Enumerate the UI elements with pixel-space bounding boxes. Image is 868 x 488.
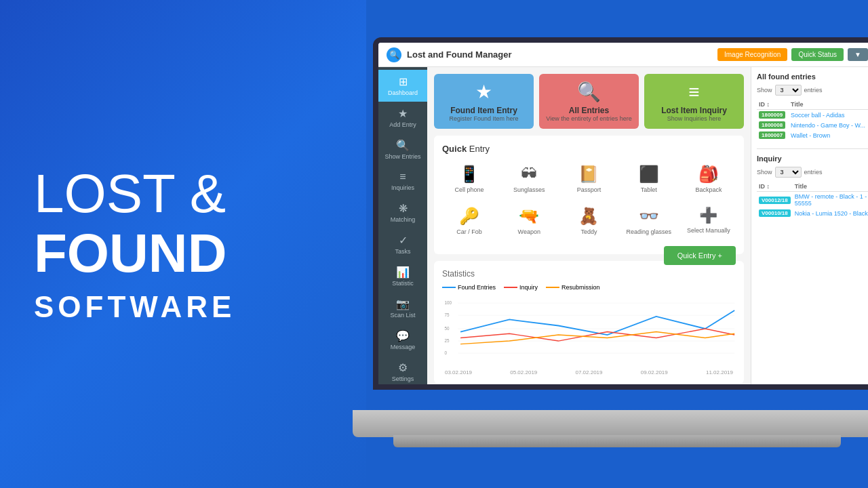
chart-container: 100 75 50 25 0 [442, 295, 736, 369]
x-label-5: 11.02.2019 [706, 369, 733, 375]
all-entries-icon: 🔍 [577, 81, 601, 103]
lost-inquiry-card[interactable]: ≡ Lost Item Inquiry Show Inquiries here [644, 74, 744, 129]
quick-item-teddy[interactable]: 🧸 Teddy [561, 203, 616, 239]
quick-entry-section: Quick Entry 📱 Cell phone 🕶 Sunglasses [434, 136, 744, 254]
id-badge-v00012: V00012/18 [759, 197, 791, 204]
top-cards: ★ Found Item Entry Register Found Item h… [434, 74, 744, 129]
app-header: 🔍 Lost and Found Manager Image Recogniti… [378, 43, 868, 67]
sidebar-label-dashboard: Dashboard [388, 89, 418, 96]
laptop-base [353, 410, 868, 437]
image-recognition-button[interactable]: Image Recognition [717, 48, 787, 61]
sidebar-item-add-entry[interactable]: ★ Add Entry [378, 102, 427, 134]
legend-resubmission: Resubmission [546, 284, 600, 291]
statistic-icon: 📊 [396, 266, 410, 279]
weapon-icon: 🔫 [519, 207, 539, 226]
quick-item-cellphone[interactable]: 📱 Cell phone [442, 161, 496, 197]
reading-glasses-label: Reading glasses [626, 228, 671, 235]
quick-item-reading-glasses[interactable]: 👓 Reading glasses [622, 203, 676, 239]
quick-entry-button[interactable]: Quick Entry + [664, 246, 736, 265]
quick-item-passport[interactable]: 📔 Passport [561, 161, 616, 197]
found-count-select[interactable]: 3 5 10 [775, 85, 802, 96]
table-row: V00010/18 Nokia - Lumia 1520 - Black [757, 208, 868, 218]
quick-status-button[interactable]: Quick Status [791, 48, 844, 61]
sidebar-label-scan-list: Scan List [390, 312, 415, 319]
content-area: ★ Found Item Entry Register Found Item h… [427, 67, 868, 384]
found-show-label: Show [757, 87, 772, 94]
svg-text:75: 75 [445, 312, 450, 317]
found-item-title: Found Item Entry [450, 106, 517, 115]
lost-line2: FOUND [34, 224, 332, 283]
quick-item-tablet[interactable]: ⬛ Tablet [622, 161, 676, 197]
found-show-entries-row: Show 3 5 10 entries [757, 85, 868, 96]
app-body: ⊞ Dashboard ★ Add Entry 🔍 Show Entries ≡… [378, 67, 868, 384]
table-row: 1800008 Nintendo - Game Boy - W... [757, 120, 868, 130]
found-col-id: ID ↕ [757, 100, 789, 110]
sidebar-item-inquiries[interactable]: ≡ Inquiries [378, 165, 427, 197]
lost-inquiry-title: Lost Item Inquiry [661, 106, 727, 115]
teddy-label: Teddy [580, 228, 597, 235]
quick-normal: Entry [467, 144, 490, 154]
table-row: 1800007 Wallet - Brown [757, 130, 868, 140]
x-label-2: 05.02.2019 [510, 369, 537, 375]
sidebar-item-show-entries[interactable]: 🔍 Show Entries [378, 134, 427, 165]
laptop-screen: 🔍 Lost and Found Manager Image Recogniti… [373, 37, 868, 390]
inquiry-entries-table: ID ↕ Title V00012/18 BMW - remote - Blac… [757, 182, 868, 218]
id-badge-1800009: 1800009 [759, 111, 785, 119]
found-item-entry-card[interactable]: ★ Found Item Entry Register Found Item h… [434, 74, 534, 129]
quick-item-weapon[interactable]: 🔫 Weapon [502, 203, 556, 239]
cellphone-label: Cell phone [455, 186, 484, 193]
sidebar-label-tasks: Tasks [395, 248, 410, 255]
entry-link-1800008[interactable]: Nintendo - Game Boy - W... [791, 122, 865, 129]
sidebar-item-statistic[interactable]: 📊 Statistic [378, 260, 427, 292]
app-title: Lost and Found Manager [407, 49, 512, 60]
reading-glasses-icon: 👓 [639, 207, 659, 226]
settings-icon: ⚙ [398, 361, 408, 374]
legend-found-entries: Found Entries [442, 284, 496, 291]
x-label-4: 09.02.2019 [641, 369, 668, 375]
inquiry-col-id: ID ↕ [757, 182, 793, 192]
quick-item-backpack[interactable]: 🎒 Backpack [682, 161, 736, 197]
found-entries-table: ID ↕ Title 1800009 Soccer ball - Adidas [757, 100, 868, 140]
id-badge-1800008: 1800008 [759, 121, 785, 129]
sidebar-item-message[interactable]: 💬 Message [378, 324, 427, 356]
sidebar-item-settings[interactable]: ⚙ Settings [378, 356, 427, 384]
all-entries-card[interactable]: 🔍 All Entries View the entirety of entri… [539, 74, 639, 129]
select-manually-icon: ➕ [699, 207, 717, 224]
sunglasses-icon: 🕶 [521, 165, 537, 184]
id-badge-v00010: V00010/18 [759, 209, 791, 217]
user-menu-button[interactable]: ▼ [848, 48, 868, 61]
entry-link-1800007[interactable]: Wallet - Brown [791, 132, 830, 139]
quick-item-select-manually[interactable]: ➕ Select Manually [682, 203, 736, 239]
quick-item-sunglasses[interactable]: 🕶 Sunglasses [502, 161, 556, 197]
lost-line3: SOFTWARE [34, 290, 332, 324]
tablet-icon: ⬛ [639, 165, 659, 184]
chart-x-labels: 03.02.2019 05.02.2019 07.02.2019 09.02.2… [442, 369, 736, 375]
sidebar-item-matching[interactable]: ❋ Matching [378, 197, 427, 228]
quick-item-carfob[interactable]: 🔑 Car / Fob [442, 203, 496, 239]
lost-line1: LOST & [34, 164, 332, 224]
sidebar-label-inquiries: Inquiries [391, 184, 414, 191]
sidebar-item-tasks[interactable]: ✓ Tasks [378, 228, 427, 260]
entry-link-v00010[interactable]: Nokia - Lumia 1520 - Black [795, 210, 868, 217]
message-icon: 💬 [396, 329, 410, 342]
entry-link-v00012[interactable]: BMW - remote - Black - 1 - 55555 [795, 193, 867, 207]
inquiry-count-select[interactable]: 3 5 10 [775, 167, 802, 178]
select-manually-label: Select Manually [687, 227, 730, 234]
x-label-1: 03.02.2019 [445, 369, 472, 375]
entry-link-1800009[interactable]: Soccer ball - Adidas [791, 112, 845, 119]
legend-inquiry-label: Inquiry [519, 284, 538, 291]
sunglasses-label: Sunglasses [513, 186, 545, 193]
chart-legend: Found Entries Inquiry Resubmission [442, 284, 736, 291]
legend-red-line [504, 287, 517, 288]
lost-text: LOST & FOUND SOFTWARE [34, 164, 332, 324]
main-content: ★ Found Item Entry Register Found Item h… [427, 67, 751, 384]
carfob-icon: 🔑 [459, 207, 479, 226]
weapon-label: Weapon [518, 228, 540, 235]
table-row: 1800009 Soccer ball - Adidas [757, 110, 868, 121]
right-panel: All found entries Show 3 5 10 entries [751, 67, 868, 384]
laptop-container: 🔍 Lost and Found Manager Image Recogniti… [353, 37, 868, 458]
sidebar-item-dashboard[interactable]: ⊞ Dashboard [378, 70, 427, 102]
found-col-title: Title [789, 100, 868, 110]
inquiries-icon: ≡ [399, 171, 406, 183]
sidebar-item-scan-list[interactable]: 📷 Scan List [378, 292, 427, 324]
